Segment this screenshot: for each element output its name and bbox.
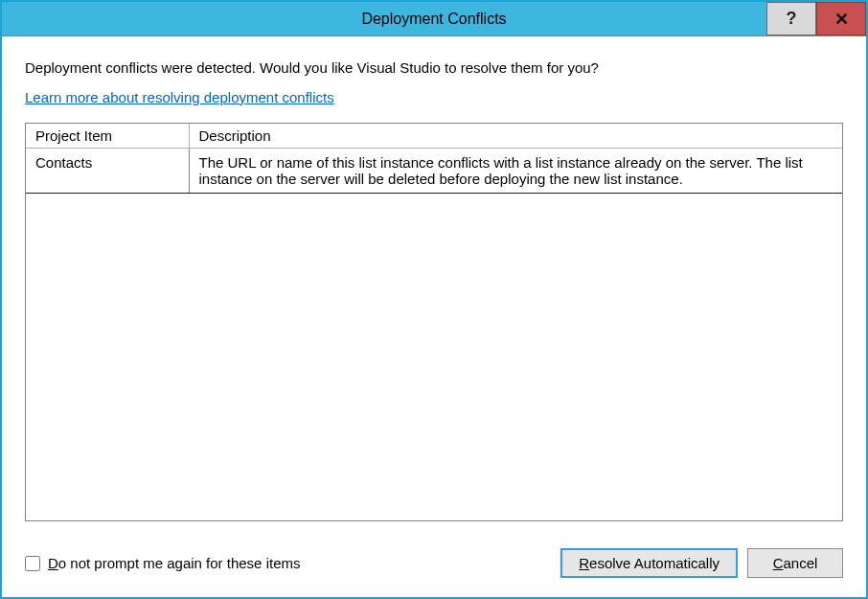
intro-text: Deployment conflicts were detected. Woul… — [25, 59, 843, 76]
close-icon: ✕ — [834, 9, 849, 30]
do-not-prompt-checkbox[interactable] — [25, 556, 40, 571]
cell-project: Contacts — [26, 149, 189, 194]
cancel-button[interactable]: Cancel — [747, 548, 843, 578]
cell-description: The URL or name of this list instance co… — [189, 149, 842, 194]
table-row[interactable]: Contacts The URL or name of this list in… — [26, 149, 842, 194]
titlebar: Deployment Conflicts ? ✕ — [2, 2, 866, 36]
titlebar-buttons: ? ✕ — [766, 2, 866, 35]
resolve-automatically-button[interactable]: Resolve Automatically — [560, 548, 738, 578]
do-not-prompt-label[interactable]: Do not prompt me again for these items — [25, 555, 300, 571]
footer-row: Do not prompt me again for these items R… — [25, 548, 843, 578]
conflict-table-wrap: Project Item Description Contacts The UR… — [25, 123, 843, 521]
conflict-table: Project Item Description Contacts The UR… — [26, 124, 842, 194]
close-button[interactable]: ✕ — [816, 2, 866, 35]
titlebar-title: Deployment Conflicts — [2, 2, 866, 36]
col-header-description[interactable]: Description — [189, 124, 842, 149]
do-not-prompt-text: Do not prompt me again for these items — [48, 555, 300, 571]
button-row: Resolve Automatically Cancel — [560, 548, 843, 578]
learn-more-link[interactable]: Learn more about resolving deployment co… — [25, 89, 843, 105]
dialog-content: Deployment conflicts were detected. Woul… — [2, 36, 866, 597]
dialog-window: Deployment Conflicts ? ✕ Deployment conf… — [0, 0, 868, 599]
help-icon: ? — [787, 9, 797, 29]
help-button[interactable]: ? — [766, 2, 816, 35]
col-header-project[interactable]: Project Item — [26, 124, 189, 149]
